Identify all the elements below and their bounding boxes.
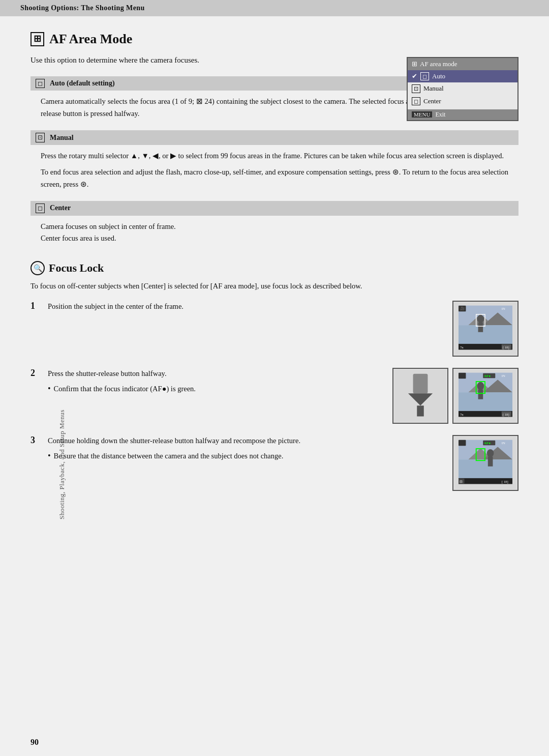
step-1-content: Position the subject in the center of th… bbox=[48, 301, 442, 313]
center-label: Center bbox=[423, 97, 441, 105]
menu-header: ⊞ AF area mode bbox=[408, 58, 517, 70]
svg-rect-17 bbox=[413, 374, 428, 394]
svg-rect-44 bbox=[488, 457, 493, 467]
menu-footer: MENU Exit bbox=[408, 109, 517, 120]
svg-text:AF●: AF● bbox=[484, 442, 491, 445]
svg-text:[ 18]: [ 18] bbox=[503, 413, 509, 417]
manual-section-title: Manual bbox=[50, 134, 74, 142]
step-2-images: AF● IN 7n [ 18] bbox=[392, 368, 518, 424]
menu-header-icon: ⊞ bbox=[412, 60, 417, 68]
auto-row-icon: ◻ bbox=[36, 79, 45, 89]
svg-text:⊟: ⊟ bbox=[460, 480, 463, 483]
step-2-text: Press the shutter-release button halfway… bbox=[48, 368, 382, 380]
svg-rect-27 bbox=[478, 390, 483, 399]
center-icon: ◻ bbox=[412, 97, 420, 105]
svg-point-26 bbox=[477, 382, 484, 390]
manual-icon: ⊡ bbox=[412, 84, 420, 93]
page-header: Shooting Options: The Shooting Menu bbox=[0, 0, 549, 16]
svg-point-43 bbox=[487, 449, 494, 457]
svg-text:7n: 7n bbox=[460, 413, 464, 416]
header-title: Shooting Options: The Shooting Menu bbox=[20, 4, 145, 12]
svg-rect-25 bbox=[459, 393, 512, 413]
auto-section-title: Auto (default setting) bbox=[50, 79, 115, 88]
step-1-text: Position the subject in the center of th… bbox=[48, 302, 184, 310]
step-1-number: 1 bbox=[30, 301, 43, 311]
step-2-bullet-text: Confirm that the focus indicator (AF●) i… bbox=[54, 383, 196, 395]
step-2-left: 2 Press the shutter-release button halfw… bbox=[30, 368, 382, 395]
step-3-left: 3 Continue holding down the shutter-rele… bbox=[30, 435, 442, 462]
step-2-content: Press the shutter-release button halfway… bbox=[48, 368, 382, 395]
step-2-number: 2 bbox=[30, 368, 43, 379]
step-2-row: 2 Press the shutter-release button halfw… bbox=[30, 368, 518, 424]
manual-section-header: ⊡ Manual bbox=[30, 130, 518, 145]
svg-text:AF●: AF● bbox=[484, 374, 491, 378]
step-1-illustration: 🎥 IN 7n [ 18] bbox=[452, 301, 518, 357]
step-3-row: 3 Continue holding down the shutter-rele… bbox=[30, 435, 518, 491]
svg-rect-19 bbox=[417, 406, 423, 417]
step-3-images: AF● IN ⊟ [ 18] bbox=[452, 435, 518, 491]
svg-text:🎥: 🎥 bbox=[460, 306, 465, 311]
svg-text:[ 18]: [ 18] bbox=[503, 345, 509, 350]
page-number: 90 bbox=[30, 738, 39, 747]
svg-rect-29 bbox=[459, 373, 466, 379]
step-3-number: 3 bbox=[30, 435, 43, 446]
svg-rect-42 bbox=[459, 460, 512, 480]
menu-checkmark: ✔ bbox=[412, 72, 417, 80]
focus-lock-title: 🔍 Focus Lock bbox=[30, 261, 518, 275]
svg-text:IN: IN bbox=[502, 307, 505, 311]
svg-text:IN: IN bbox=[502, 374, 505, 378]
step-2-bullet: • Confirm that the focus indicator (AF●)… bbox=[48, 382, 382, 395]
step-2-viewfinder: AF● IN 7n [ 18] bbox=[452, 368, 518, 424]
step-3-bullet-text: Be sure that the distance between the ca… bbox=[54, 450, 284, 462]
menu-item-center[interactable]: ◻ Center bbox=[408, 95, 517, 107]
step-1-images: 🎥 IN 7n [ 18] bbox=[452, 301, 518, 357]
menu-footer-text: Exit bbox=[435, 111, 445, 118]
step-3-text: Continue holding down the shutter-releas… bbox=[48, 435, 442, 447]
svg-rect-7 bbox=[478, 323, 483, 332]
step-3-bullet: • Be sure that the distance between the … bbox=[48, 449, 442, 462]
af-area-mode-title: ⊞ AF Area Mode bbox=[30, 32, 518, 47]
manual-section-body: Press the rotary multi selector ▲, ▼, ◀,… bbox=[30, 148, 518, 195]
svg-point-6 bbox=[477, 315, 484, 323]
camera-menu: ⊞ AF area mode ✔ ◻ Auto ⊡ Manual ◻ Cente… bbox=[407, 57, 518, 121]
svg-rect-5 bbox=[459, 326, 512, 345]
page-content: ⊞ AF Area Mode Use this option to determ… bbox=[0, 16, 549, 517]
svg-rect-46 bbox=[459, 440, 466, 446]
center-section-header: ◻ Center bbox=[30, 201, 518, 216]
manual-label: Manual bbox=[423, 84, 444, 93]
focus-lock-title-text: Focus Lock bbox=[49, 261, 104, 275]
center-section-title: Center bbox=[50, 204, 71, 212]
step-3-viewfinder: AF● IN ⊟ [ 18] bbox=[452, 435, 518, 491]
svg-text:7n: 7n bbox=[460, 345, 464, 349]
menu-btn: MENU bbox=[412, 111, 432, 118]
menu-item-manual[interactable]: ⊡ Manual bbox=[408, 82, 517, 95]
auto-label: Auto bbox=[432, 72, 445, 80]
svg-text:IN: IN bbox=[502, 442, 505, 445]
step-1-row: 1 Position the subject in the center of … bbox=[30, 301, 518, 357]
svg-text:[ 18]: [ 18] bbox=[502, 480, 508, 484]
focus-lock-desc: To focus on off-center subjects when [Ce… bbox=[30, 280, 518, 293]
step-3-content: Continue holding down the shutter-releas… bbox=[48, 435, 442, 462]
center-section-body: Camera focuses on subject in center of f… bbox=[30, 219, 518, 249]
menu-header-text: AF area mode bbox=[420, 60, 458, 68]
step-2-arrow-illustration bbox=[392, 368, 448, 424]
focus-lock-icon: 🔍 bbox=[30, 261, 45, 275]
manual-row-icon: ⊡ bbox=[36, 133, 45, 142]
af-title-text: AF Area Mode bbox=[49, 32, 132, 47]
af-title-icon: ⊞ bbox=[30, 32, 44, 46]
af-intro: Use this option to determine where the c… bbox=[30, 54, 274, 67]
menu-item-auto[interactable]: ✔ ◻ Auto bbox=[408, 70, 517, 82]
auto-icon: ◻ bbox=[420, 72, 429, 80]
step-1-left: 1 Position the subject in the center of … bbox=[30, 301, 442, 313]
center-row-icon: ◻ bbox=[36, 203, 45, 213]
